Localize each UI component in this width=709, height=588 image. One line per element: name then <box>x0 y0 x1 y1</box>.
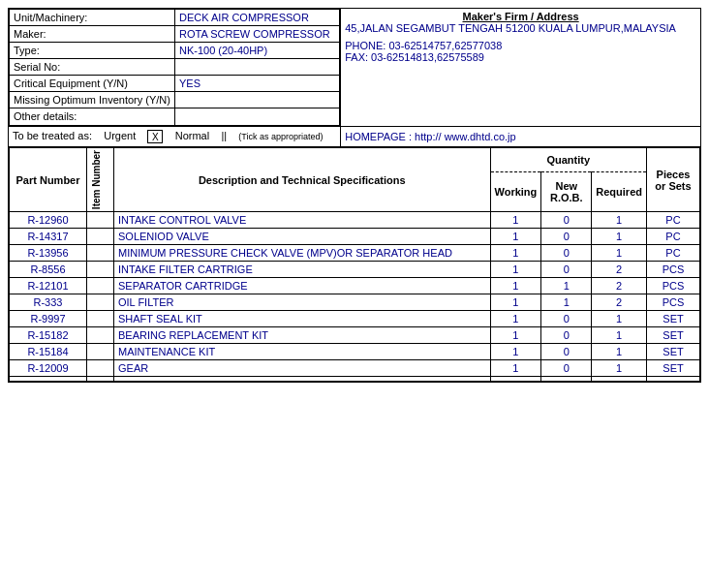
item-number-cell <box>87 245 114 262</box>
table-row: R-8556 INTAKE FILTER CARTRIGE 1 0 2 PCS <box>10 262 700 278</box>
type-value: NK-100 (20-40HP) <box>174 43 339 59</box>
required-cell: 2 <box>592 278 647 294</box>
description-cell: MINIMUM PRESSURE CHECK VALVE (MPV)OR SEP… <box>114 245 491 262</box>
left-info-table: Unit/Machinery: DECK AIR COMPRESSOR Make… <box>9 9 340 126</box>
col-working: Working <box>490 171 541 212</box>
required-cell: 1 <box>592 327 647 344</box>
col-required: Required <box>592 171 647 212</box>
working-cell: 1 <box>490 327 541 344</box>
part-number-cell: R-12101 <box>10 278 87 294</box>
unit-cell: PC <box>647 245 700 262</box>
header-row-1: Part Number Item Number Description and … <box>10 148 700 171</box>
item-number-cell <box>87 327 114 344</box>
maker-row: Maker: ROTA SCREW COMPRESSOR <box>10 26 340 43</box>
table-row: R-9997 SHAFT SEAL KIT 1 0 1 SET <box>10 311 700 327</box>
treat-row: To be treated as: Urgent X Normal || (Ti… <box>9 127 701 147</box>
working-cell: 1 <box>490 245 541 262</box>
new-rob-cell: 0 <box>541 229 592 245</box>
treat-label: To be treated as: <box>13 130 92 141</box>
working-cell: 1 <box>490 344 541 360</box>
description-cell <box>114 377 491 382</box>
right-info-panel: Maker's Firm / Address 45,JALAN SEGAMBUT… <box>341 9 701 127</box>
table-row: R-15184 MAINTENANCE KIT 1 0 1 SET <box>10 344 700 360</box>
part-number-cell: R-12960 <box>10 212 87 229</box>
description-cell: OIL FILTER <box>114 294 491 311</box>
col-quantity-header: Quantity <box>490 148 646 171</box>
table-row: R-14317 SOLENIOD VALVE 1 0 1 PC <box>10 229 700 245</box>
working-cell: 1 <box>490 212 541 229</box>
part-number-cell: R-15184 <box>10 344 87 360</box>
tick-as-label: (Tick as appropriated) <box>238 132 323 141</box>
missing-label: Missing Optimum Inventory (Y/N) <box>10 92 175 108</box>
normal-label: Normal <box>175 130 209 141</box>
new-rob-cell: 1 <box>541 278 592 294</box>
left-info-panel: Unit/Machinery: DECK AIR COMPRESSOR Make… <box>9 9 341 127</box>
description-cell: GEAR <box>114 360 491 377</box>
serial-row: Serial No: <box>10 59 340 76</box>
working-cell: 1 <box>490 311 541 327</box>
item-number-cell <box>87 360 114 377</box>
item-number-cell <box>87 262 114 278</box>
new-rob-cell: 1 <box>541 294 592 311</box>
description-cell: MAINTENANCE KIT <box>114 344 491 360</box>
fax: FAX: 03-62514813,62575589 <box>345 51 696 63</box>
new-rob-cell: 0 <box>541 327 592 344</box>
unit-value: DECK AIR COMPRESSOR <box>174 10 339 26</box>
part-number-cell: R-9997 <box>10 311 87 327</box>
unit-cell: PCS <box>647 278 700 294</box>
col-pieces-sets: Pieces or Sets <box>647 148 700 212</box>
part-number-cell: R-13956 <box>10 245 87 262</box>
working-cell: 1 <box>490 229 541 245</box>
parts-section: Part Number Item Number Description and … <box>9 147 701 383</box>
other-label: Other details: <box>10 108 175 126</box>
other-row: Other details: <box>10 108 340 126</box>
table-row: R-13956 MINIMUM PRESSURE CHECK VALVE (MP… <box>10 245 700 262</box>
description-cell: BEARING REPLACEMENT KIT <box>114 327 491 344</box>
table-row: R-12101 SEPARATOR CARTRIDGE 1 1 2 PCS <box>10 278 700 294</box>
new-rob-cell: 0 <box>541 344 592 360</box>
new-rob-cell: 0 <box>541 311 592 327</box>
col-part-number: Part Number <box>10 148 87 212</box>
part-number-cell: R-15182 <box>10 327 87 344</box>
unit-cell: SET <box>647 311 700 327</box>
unit-cell: PCS <box>647 262 700 278</box>
part-number-cell: R-333 <box>10 294 87 311</box>
required-cell <box>592 377 647 382</box>
table-row: R-333 OIL FILTER 1 1 2 PCS <box>10 294 700 311</box>
item-number-cell <box>87 212 114 229</box>
table-row: R-12009 GEAR 1 0 1 SET <box>10 360 700 377</box>
description-cell: INTAKE CONTROL VALVE <box>114 212 491 229</box>
missing-value <box>174 92 339 108</box>
description-cell: SEPARATOR CARTRIDGE <box>114 278 491 294</box>
unit-cell: PC <box>647 212 700 229</box>
part-number-cell: R-14317 <box>10 229 87 245</box>
urgent-checkbox: X <box>147 130 163 143</box>
type-label: Type: <box>10 43 175 59</box>
missing-row: Missing Optimum Inventory (Y/N) <box>10 92 340 108</box>
other-value <box>174 108 339 126</box>
working-cell <box>490 377 541 382</box>
homepage-cell: HOMEPAGE : http:// www.dhtd.co.jp <box>341 127 701 147</box>
col-new-rob: New R.O.B. <box>541 171 592 212</box>
part-number-cell <box>10 377 87 382</box>
unit-cell <box>647 377 700 382</box>
item-number-cell <box>87 344 114 360</box>
item-number-cell <box>87 377 114 382</box>
column-header-row: Part Number Item Number Description and … <box>9 147 701 383</box>
item-number-cell <box>87 278 114 294</box>
parts-body: R-12960 INTAKE CONTROL VALVE 1 0 1 PC R-… <box>10 212 700 382</box>
item-number-cell <box>87 294 114 311</box>
makers-firm-label: Maker's Firm / Address <box>345 11 696 22</box>
working-cell: 1 <box>490 294 541 311</box>
required-cell: 2 <box>592 262 647 278</box>
pipes-symbol: || <box>221 130 227 141</box>
critical-row: Critical Equipment (Y/N) YES <box>10 76 340 92</box>
new-rob-cell: 0 <box>541 212 592 229</box>
urgent-label: Urgent <box>104 130 136 141</box>
unit-cell: SET <box>647 327 700 344</box>
description-cell: INTAKE FILTER CARTRIGE <box>114 262 491 278</box>
unit-cell: SET <box>647 360 700 377</box>
table-row: R-15182 BEARING REPLACEMENT KIT 1 0 1 SE… <box>10 327 700 344</box>
makers-address: 45,JALAN SEGAMBUT TENGAH 51200 KUALA LUM… <box>345 22 696 34</box>
required-cell: 1 <box>592 311 647 327</box>
